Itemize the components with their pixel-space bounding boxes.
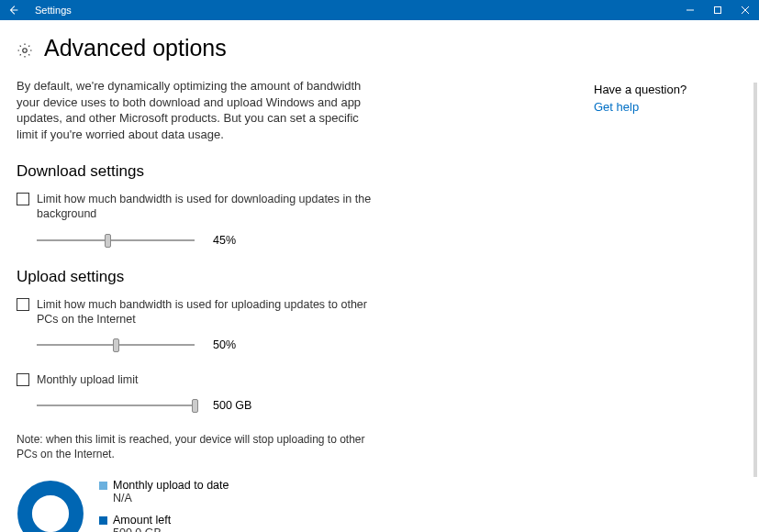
upload-bandwidth-label: Limit how much bandwidth is used for upl… xyxy=(37,297,385,327)
close-icon xyxy=(741,6,750,15)
legend-item-uploaded: Monthly upload to date N/A xyxy=(99,479,229,504)
titlebar: Settings xyxy=(0,0,759,20)
legend-swatch-uploaded xyxy=(99,482,107,490)
get-help-link[interactable]: Get help xyxy=(594,100,731,114)
upload-bandwidth-checkbox[interactable] xyxy=(17,298,29,311)
legend-swatch-left xyxy=(99,516,107,525)
monthly-limit-checkbox[interactable] xyxy=(17,373,29,386)
legend-value-uploaded: N/A xyxy=(113,492,229,504)
monthly-limit-label: Monthly upload limit xyxy=(37,372,138,387)
gear-icon xyxy=(17,42,33,59)
download-section-title: Download settings xyxy=(17,162,457,181)
arrow-left-icon xyxy=(7,4,20,17)
page-title: Advanced options xyxy=(44,35,227,61)
maximize-icon xyxy=(713,6,722,15)
monthly-limit-slider[interactable] xyxy=(37,396,195,415)
help-panel: Have a question? Get help xyxy=(594,83,731,114)
legend-item-left: Amount left 500.0 GB xyxy=(99,514,229,532)
back-button[interactable] xyxy=(0,0,28,20)
scrollbar[interactable] xyxy=(753,83,757,477)
legend-label-uploaded: Monthly upload to date xyxy=(113,479,229,492)
legend-label-left: Amount left xyxy=(113,514,171,526)
upload-bandwidth-value: 50% xyxy=(213,338,236,351)
upload-bandwidth-slider[interactable] xyxy=(37,336,195,354)
help-question: Have a question? xyxy=(594,83,731,96)
monthly-limit-value: 500 GB xyxy=(213,399,251,412)
upload-section-title: Upload settings xyxy=(17,268,457,286)
usage-donut-chart xyxy=(17,480,84,532)
close-button[interactable] xyxy=(731,0,759,20)
intro-text: By default, we're dynamically optimizing… xyxy=(17,78,365,142)
download-slider-value: 45% xyxy=(213,234,236,247)
svg-point-3 xyxy=(25,488,76,532)
upload-note: Note: when this limit is reached, your d… xyxy=(17,433,384,461)
minimize-button[interactable] xyxy=(676,0,704,20)
svg-rect-1 xyxy=(715,7,721,14)
svg-point-2 xyxy=(23,48,28,52)
download-limit-checkbox[interactable] xyxy=(17,193,29,205)
usage-chart-row: Monthly upload to date N/A Amount left 5… xyxy=(17,479,457,532)
minimize-icon xyxy=(686,6,695,15)
page-header: Advanced options xyxy=(17,35,457,61)
download-limit-label: Limit how much bandwidth is used for dow… xyxy=(37,192,385,222)
download-limit-slider[interactable] xyxy=(37,231,195,249)
window-controls xyxy=(676,0,759,20)
legend-value-left: 500.0 GB xyxy=(113,526,171,532)
maximize-button[interactable] xyxy=(704,0,731,20)
app-title: Settings xyxy=(35,5,72,16)
